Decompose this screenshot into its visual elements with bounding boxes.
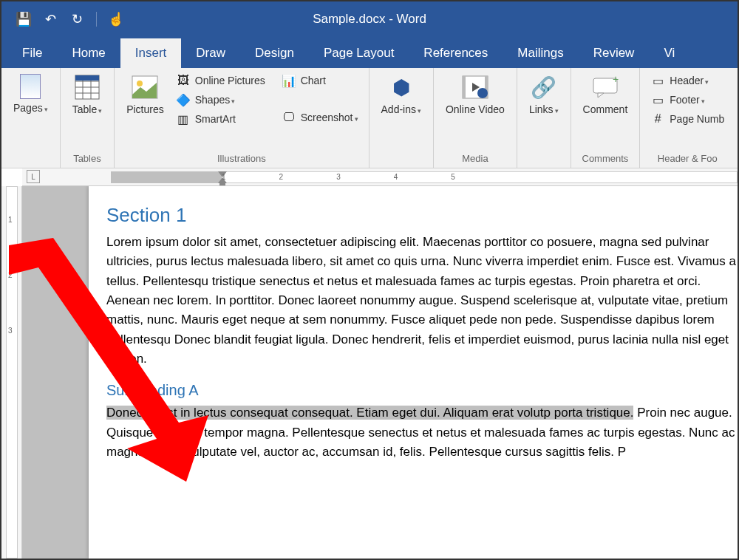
link-icon: 🔗 (531, 74, 557, 100)
smartart-button[interactable]: ▥SmartArt (173, 111, 268, 127)
tab-home[interactable]: Home (57, 38, 120, 68)
comment-button[interactable]: + Comment (579, 72, 633, 117)
group-label: Tables (68, 151, 106, 166)
video-icon (462, 74, 488, 100)
svg-text:+: + (613, 75, 619, 85)
addins-icon: ⬢ (388, 74, 415, 100)
addins-button[interactable]: ⬢ Add-ins (377, 72, 426, 117)
workspace: 123 Section 1 Lorem ipsum dolor sit amet… (1, 186, 738, 559)
svg-rect-19 (219, 183, 225, 185)
undo-icon[interactable]: ↶ (40, 9, 61, 30)
svg-point-8 (137, 81, 143, 86)
tab-selector[interactable]: L (27, 170, 40, 183)
svg-rect-10 (463, 76, 466, 98)
tab-references[interactable]: References (409, 38, 503, 68)
group-label (377, 151, 426, 166)
online-pictures-icon: 🖼 (176, 73, 191, 88)
group-media: Online Video Media (434, 68, 517, 168)
group-addins: ⬢ Add-ins (370, 68, 434, 168)
group-header-footer: ▭Header ▭Footer #Page Numb Header & Foo (640, 68, 735, 168)
touch-mode-icon[interactable]: ☝ (106, 9, 126, 30)
shapes-icon: 🔷 (176, 92, 191, 107)
comment-icon: + (592, 74, 619, 100)
table-button[interactable]: Table (68, 72, 106, 117)
page-icon (20, 74, 41, 99)
online-pictures-button[interactable]: 🖼Online Pictures (173, 72, 268, 89)
pictures-icon (132, 74, 158, 100)
group-label (9, 151, 52, 166)
vertical-ruler[interactable]: 123 (1, 186, 22, 559)
tab-view[interactable]: Vi (649, 38, 689, 68)
page-gutter (22, 186, 89, 559)
heading-1[interactable]: Section 1 (106, 204, 738, 227)
title-bar: 💾 ↶ ↻ ☝ Sample.docx - Word (1, 1, 738, 37)
footer-button[interactable]: ▭Footer (647, 92, 727, 108)
ribbon-tabs: File Home Insert Draw Design Page Layout… (1, 37, 738, 68)
online-video-button[interactable]: Online Video (441, 72, 509, 117)
group-label (525, 151, 563, 166)
group-label: Comments (579, 151, 633, 166)
table-icon (74, 74, 101, 100)
tab-file[interactable]: File (7, 38, 57, 68)
ruler-numbers: 12345 (222, 173, 455, 181)
tab-draw[interactable]: Draw (181, 38, 240, 68)
smartart-icon: ▥ (176, 112, 191, 126)
shapes-button[interactable]: 🔷Shapes (173, 92, 268, 108)
screenshot-button[interactable]: 🖵Screenshot (279, 109, 361, 126)
screenshot-icon: 🖵 (282, 110, 296, 125)
chart-button[interactable]: 📊Chart (279, 72, 361, 89)
group-tables: Table Tables (61, 68, 115, 168)
tab-page-layout[interactable]: Page Layout (309, 38, 409, 68)
links-button[interactable]: 🔗 Links (525, 72, 563, 117)
pictures-button[interactable]: Pictures (122, 72, 168, 117)
group-label: Header & Foo (647, 151, 727, 166)
tab-review[interactable]: Review (579, 38, 650, 68)
group-links: 🔗 Links (517, 68, 571, 168)
window-title: Sample.docx - Word (313, 12, 426, 27)
tab-design[interactable]: Design (240, 38, 309, 68)
group-label: Media (441, 151, 509, 166)
group-illustrations: Pictures 🖼Online Pictures 🔷Shapes ▥Smart… (115, 68, 369, 168)
page-number-button[interactable]: #Page Numb (647, 111, 727, 127)
body-paragraph[interactable]: Lorem ipsum dolor sit amet, consectetuer… (106, 233, 738, 369)
header-button[interactable]: ▭Header (647, 72, 727, 89)
quick-access-toolbar: 💾 ↶ ↻ ☝ (1, 9, 126, 30)
save-icon[interactable]: 💾 (13, 9, 34, 30)
horizontal-ruler[interactable]: L 12345 (22, 168, 738, 186)
tab-insert[interactable]: Insert (120, 38, 182, 68)
pages-button[interactable]: Pages (9, 72, 52, 115)
page-number-icon: # (650, 112, 665, 126)
group-label: Illustrations (122, 151, 361, 166)
tab-mailings[interactable]: Mailings (503, 38, 578, 68)
redo-icon[interactable]: ↻ (67, 9, 87, 30)
group-comments: + Comment Comments (571, 68, 641, 168)
separator (96, 12, 97, 27)
ruler-numbers: 123 (8, 216, 13, 335)
chart-icon: 📊 (282, 73, 296, 88)
body-paragraph[interactable]: Donec ut est in lectus consequat consequ… (106, 403, 738, 462)
svg-marker-15 (598, 93, 604, 98)
svg-rect-6 (75, 75, 99, 81)
heading-2[interactable]: Subheading A (106, 382, 738, 399)
group-pages: Pages (1, 68, 61, 168)
svg-point-13 (477, 88, 488, 98)
footer-icon: ▭ (650, 92, 665, 107)
header-icon: ▭ (650, 73, 665, 88)
selected-text[interactable]: Donec ut est in lectus consequat consequ… (106, 406, 633, 420)
document-page[interactable]: Section 1 Lorem ipsum dolor sit amet, co… (89, 186, 738, 559)
ribbon: Pages Table Tables Pictures 🖼On (1, 68, 738, 168)
